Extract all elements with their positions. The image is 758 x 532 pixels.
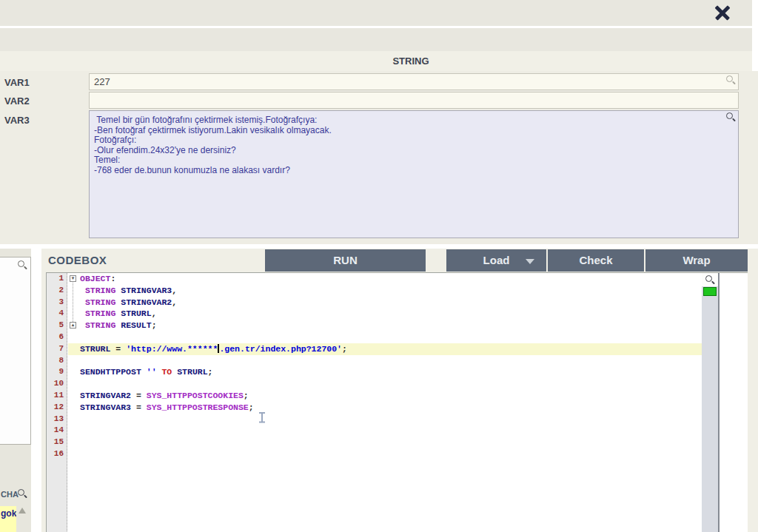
code-line[interactable]: STRING STRURL, (68, 308, 702, 320)
code-line[interactable]: STRING STRINGVAR3, (68, 285, 702, 297)
var3-text: Temel bir gün fotoğrafını çektirmek iste… (94, 115, 725, 175)
var2-label: VAR2 (4, 95, 30, 107)
code-token: ; (249, 403, 254, 412)
code-line[interactable] (68, 355, 702, 367)
fold-marker-icon[interactable]: ▾ (70, 275, 76, 282)
line-number: 3 (47, 297, 67, 309)
chevron-down-icon (526, 259, 534, 264)
variables-form: VAR1 VAR2 VAR3 Temel bir gün fotoğrafını… (0, 71, 758, 244)
code-token: STRURL (121, 309, 151, 318)
section-header: STRING (0, 51, 752, 71)
code-token: = (131, 403, 147, 412)
line-number: 11 (47, 390, 67, 402)
var1-input[interactable] (89, 73, 739, 90)
code-token: STRING (85, 286, 115, 295)
code-token: STRINGVAR2 (121, 297, 172, 307)
list-item-selected[interactable]: gok (0, 506, 16, 532)
code-line[interactable] (68, 378, 702, 390)
line-number: 16 (47, 448, 67, 460)
divider (31, 249, 41, 532)
code-token: ; (152, 320, 157, 330)
var3-textarea[interactable]: Temel bir gün fotoğrafını çektirmek iste… (89, 110, 739, 238)
code-editor[interactable]: 12345678910111213141516 ▾OBJECT: STRING … (46, 272, 748, 532)
line-number: 7 (47, 343, 67, 355)
code-token: TO (161, 367, 172, 377)
code-token: SENDHTTPPOST (80, 367, 141, 377)
status-marker[interactable] (703, 287, 717, 296)
code-line[interactable] (68, 448, 702, 460)
code-token: , (152, 309, 157, 318)
code-line[interactable] (68, 425, 702, 437)
load-button[interactable]: Load (446, 249, 546, 272)
run-button[interactable]: RUN (265, 249, 426, 272)
code-line[interactable]: ▴ STRING RESULT; (68, 320, 702, 331)
title-bar (0, 0, 752, 26)
code-token: STRURL (80, 344, 110, 354)
line-number: 12 (47, 402, 67, 414)
code-line[interactable]: SENDHTTPPOST '' TO STRURL; (68, 366, 702, 378)
wrap-button[interactable]: Wrap (645, 249, 748, 272)
mouse-ibeam-cursor (259, 412, 265, 424)
code-token: : (110, 274, 115, 283)
left-panel-header: CHA (1, 490, 19, 499)
code-line[interactable]: STRINGVAR2 = SYS_HTTPPOSTCOOKIES; (68, 390, 702, 402)
codebox-panel: CODEBOX RUN Load Check Wrap 123456789101… (41, 249, 758, 532)
line-number: 2 (47, 285, 67, 297)
editor-border (718, 273, 720, 532)
code-token (80, 309, 85, 318)
left-listbox[interactable] (0, 257, 31, 445)
code-token (80, 297, 85, 307)
check-button[interactable]: Check (548, 249, 644, 272)
code-token (80, 286, 85, 295)
editor-scrollbar[interactable] (702, 273, 718, 532)
code-line[interactable]: STRINGVAR3 = SYS_HTTPPOSTRESPONSE; (68, 402, 702, 414)
code-token: = (110, 344, 126, 354)
left-panel: CHA gok (0, 249, 31, 532)
code-token: ; (208, 367, 213, 377)
var3-label: VAR3 (4, 115, 30, 126)
code-token: STRINGVAR3 (121, 286, 172, 295)
search-icon[interactable] (18, 489, 27, 499)
close-icon[interactable] (712, 2, 733, 23)
search-icon[interactable] (726, 75, 736, 85)
code-token: ; (342, 344, 347, 354)
load-button-label: Load (483, 254, 510, 266)
codebox-title: CODEBOX (48, 254, 107, 266)
line-number: 15 (47, 437, 67, 448)
code-line[interactable]: STRURL = 'http://www.******.gen.tr/index… (68, 343, 702, 355)
code-token: OBJECT (80, 274, 110, 283)
code-area[interactable]: ▾OBJECT: STRING STRINGVAR3, STRING STRIN… (68, 273, 702, 532)
code-line[interactable]: STRING STRINGVAR2, (68, 297, 702, 309)
code-token: SYS_HTTPPOSTRESPONSE (147, 403, 249, 412)
code-token: STRURL (177, 367, 207, 377)
code-line[interactable] (68, 414, 702, 425)
code-token: RESULT (121, 320, 151, 330)
scroll-up-icon[interactable] (19, 508, 26, 514)
code-token: STRING (85, 320, 115, 330)
code-token: SYS_HTTPPOSTCOOKIES (147, 391, 244, 400)
code-token: ; (244, 391, 249, 400)
search-icon[interactable] (18, 260, 27, 270)
code-token: = (131, 391, 147, 400)
code-token: 'http://www.****** (126, 344, 218, 354)
code-line[interactable]: ▾OBJECT: (68, 273, 702, 285)
line-number: 13 (47, 414, 67, 425)
code-token (80, 320, 85, 330)
search-icon[interactable] (705, 275, 715, 285)
fold-marker-icon[interactable]: ▴ (70, 322, 76, 329)
line-number: 6 (47, 331, 67, 343)
var1-label: VAR1 (4, 77, 30, 88)
line-number: 8 (47, 355, 67, 367)
code-token: STRINGVAR3 (80, 403, 131, 412)
code-token: .gen.tr/index.php?12700' (219, 344, 342, 354)
code-token: STRINGVAR2 (80, 391, 131, 400)
line-number: 10 (47, 378, 67, 390)
code-token: , (172, 297, 177, 307)
code-line[interactable] (68, 437, 702, 448)
search-icon[interactable] (726, 112, 736, 122)
bottom-section: CHA gok CODEBOX RUN Load Check Wrap 1234… (0, 249, 758, 532)
section-title: STRING (89, 55, 733, 67)
code-line[interactable] (68, 331, 702, 343)
line-number: 5 (47, 320, 67, 331)
var2-input[interactable] (89, 92, 739, 109)
